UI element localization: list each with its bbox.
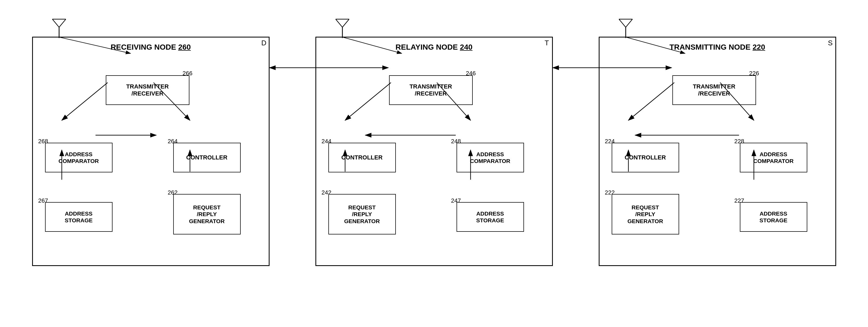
trans-controller: CONTROLLER (612, 143, 679, 172)
rec-transceiver-ref: 266 (183, 70, 193, 77)
rec-address-comparator: ADDRESSCOMPARATOR (45, 143, 113, 172)
trans-request-gen-ref: 222 (605, 189, 615, 196)
receiving-node-box: RECEIVING NODE 260 TRANSMITTER/RECEIVER … (32, 37, 270, 266)
trans-addr-storage-ref: 227 (735, 197, 744, 204)
rec-transceiver: TRANSMITTER/RECEIVER (106, 75, 189, 105)
receiving-antenna (51, 17, 67, 38)
trans-addr-comp-ref: 228 (735, 138, 744, 145)
rec-address-storage: ADDRESSSTORAGE (45, 202, 113, 232)
rel-address-storage: ADDRESSSTORAGE (457, 202, 524, 232)
rec-addr-comp-ref: 268 (38, 138, 48, 145)
rel-request-gen-ref: 242 (321, 189, 332, 196)
transmitting-antenna (618, 17, 634, 38)
rel-addr-comp-ref: 248 (451, 138, 461, 145)
relaying-antenna (334, 17, 350, 38)
rel-controller-ref: 244 (321, 138, 332, 145)
trans-transceiver-ref: 226 (749, 70, 759, 77)
rel-addr-storage-ref: 247 (451, 197, 461, 204)
transmitting-node-ref: 220 (752, 43, 765, 51)
receiving-node-title: RECEIVING NODE 260 (33, 43, 269, 52)
svg-line-5 (336, 19, 342, 27)
rel-controller: CONTROLLER (329, 143, 396, 172)
transmitting-label-s: S (828, 39, 833, 47)
svg-line-2 (59, 19, 66, 27)
svg-line-10 (626, 19, 632, 27)
diagram: RECEIVING NODE 260 TRANSMITTER/RECEIVER … (16, 15, 852, 312)
transmitting-node-box: TRANSMITTING NODE 220 TRANSMITTER/RECEIV… (599, 37, 836, 266)
trans-transceiver: TRANSMITTER/RECEIVER (672, 75, 756, 105)
svg-line-1 (52, 19, 59, 27)
trans-address-comparator: ADDRESSCOMPARATOR (740, 143, 807, 172)
transmitting-node-title: TRANSMITTING NODE 220 (599, 43, 835, 52)
rel-address-comparator: ADDRESSCOMPARATOR (457, 143, 524, 172)
rec-request-gen-ref: 262 (168, 189, 178, 196)
trans-controller-ref: 224 (605, 138, 615, 145)
receiving-node-ref: 260 (178, 43, 191, 51)
rel-transceiver-ref: 246 (466, 70, 476, 77)
rel-transceiver: TRANSMITTER/RECEIVER (389, 75, 473, 105)
rec-controller-ref: 264 (168, 138, 178, 145)
rel-request-generator: REQUEST/REPLYGENERATOR (329, 194, 396, 234)
rec-controller: CONTROLLER (173, 143, 241, 172)
rec-addr-storage-ref: 267 (38, 197, 48, 204)
svg-line-6 (342, 19, 349, 27)
trans-address-storage: ADDRESSSTORAGE (740, 202, 807, 232)
relaying-node-box: RELAYING NODE 240 TRANSMITTER/RECEIVER C… (315, 37, 553, 266)
rec-request-generator: REQUEST/REPLYGENERATOR (173, 194, 241, 234)
relaying-node-ref: 240 (460, 43, 472, 51)
svg-line-9 (619, 19, 626, 27)
relaying-node-title: RELAYING NODE 240 (316, 43, 552, 52)
receiving-label-d: D (261, 39, 267, 47)
relaying-label-t: T (545, 39, 549, 47)
trans-request-generator: REQUEST/REPLYGENERATOR (612, 194, 679, 234)
